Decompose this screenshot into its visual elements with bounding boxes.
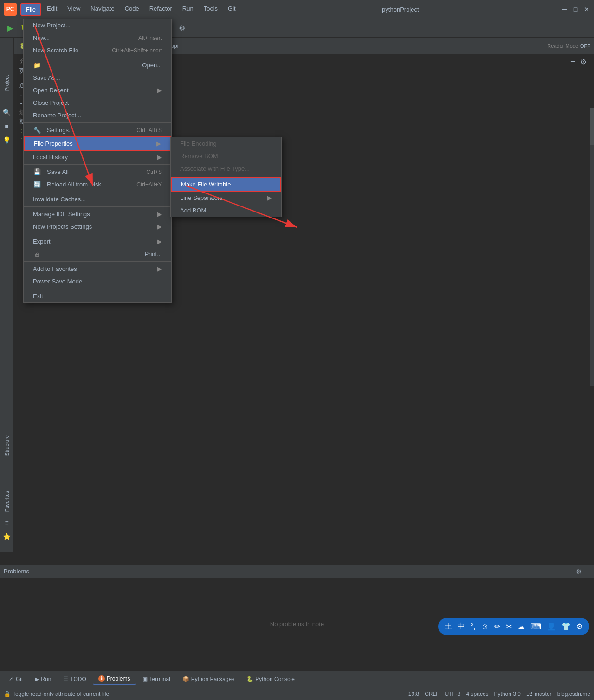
problems-gear-icon[interactable]: ⚙ bbox=[576, 568, 582, 575]
menu-item-power-save[interactable]: Power Save Mode bbox=[24, 275, 171, 288]
menu-item-new-projects-settings[interactable]: New Projects Settings ▶ bbox=[24, 220, 171, 233]
ft-zhong-icon[interactable]: 中 bbox=[457, 621, 466, 632]
menu-item-new-project[interactable]: New Project... bbox=[24, 19, 171, 32]
reader-mode-label: Reader Mode bbox=[547, 43, 578, 49]
ft-emoji-icon[interactable]: ☺ bbox=[480, 622, 490, 632]
menu-item-rename-project[interactable]: Rename Project... bbox=[24, 109, 171, 122]
bottom-tab-run[interactable]: ▶ Run bbox=[29, 674, 57, 684]
ft-cloud-icon[interactable]: ☁ bbox=[517, 621, 526, 632]
structure-label[interactable]: Structure bbox=[2, 432, 12, 459]
menu-refactor[interactable]: Refactor bbox=[145, 3, 177, 16]
close-button[interactable]: ✕ bbox=[583, 6, 590, 13]
status-python[interactable]: Python 3.9 bbox=[494, 691, 521, 697]
bottom-tab-git[interactable]: ⎇ Git bbox=[2, 674, 28, 684]
favorites-label[interactable]: Favorites bbox=[2, 488, 12, 514]
app-logo: PC bbox=[4, 3, 17, 16]
menu-item-add-favorites[interactable]: Add to Favorites ▶ bbox=[24, 263, 171, 275]
panel-minimize-button[interactable]: ─ bbox=[571, 58, 575, 65]
status-line-ending[interactable]: CRLF bbox=[425, 691, 439, 697]
settings-button[interactable]: ⚙ bbox=[175, 22, 188, 35]
bottom-tab-terminal[interactable]: ▣ Terminal bbox=[137, 674, 176, 684]
menu-item-new[interactable]: New... Alt+Insert bbox=[24, 32, 171, 44]
minimize-button[interactable]: ─ bbox=[561, 6, 568, 13]
ft-comma-icon[interactable]: °, bbox=[470, 622, 477, 632]
sidebar-icon-2[interactable]: ■ bbox=[1, 121, 13, 132]
menu-run[interactable]: Run bbox=[178, 3, 198, 16]
menu-item-invalidate-caches[interactable]: Invalidate Caches... bbox=[24, 193, 171, 206]
lightbulb-icon[interactable]: 💡 bbox=[1, 135, 13, 146]
menu-item-manage-ide[interactable]: Manage IDE Settings ▶ bbox=[24, 208, 171, 220]
project-panel-label[interactable]: Project bbox=[2, 72, 12, 94]
menu-item-close-project[interactable]: Close Project bbox=[24, 96, 171, 109]
status-indent[interactable]: 4 spaces bbox=[466, 691, 489, 697]
menu-item-open[interactable]: 📁 Open... bbox=[24, 59, 171, 71]
right-scrollbar[interactable] bbox=[590, 108, 594, 386]
magnify-icon[interactable]: 🔍 bbox=[1, 107, 13, 118]
menu-item-print[interactable]: 🖨 Print... bbox=[24, 248, 171, 260]
status-bar: 🔒 Toggle read-only attribute of current … bbox=[0, 687, 594, 700]
editor-gear-icon[interactable]: ⚙ bbox=[580, 58, 587, 66]
ft-person-icon[interactable]: 👤 bbox=[546, 621, 557, 632]
menu-item-reload-all[interactable]: 🔄 Reload All from Disk Ctrl+Alt+Y bbox=[24, 178, 171, 191]
bottom-tab-problems[interactable]: ℹ Problems bbox=[93, 674, 136, 685]
branch-label: master bbox=[535, 691, 552, 697]
maximize-button[interactable]: □ bbox=[572, 6, 579, 13]
status-position[interactable]: 19:8 bbox=[408, 691, 419, 697]
run-button[interactable]: ▶ bbox=[4, 22, 17, 35]
menu-code[interactable]: Code bbox=[120, 3, 144, 16]
menu-git[interactable]: Git bbox=[223, 3, 240, 16]
floating-toolbar: 王 中 °, ☺ ✏ ✂ ☁ ⌨ 👤 👕 ⚙ bbox=[438, 618, 589, 635]
ft-gear-icon[interactable]: ⚙ bbox=[575, 621, 584, 632]
ft-wang-icon[interactable]: 王 bbox=[444, 621, 453, 632]
submenu-line-separators[interactable]: Line Separators ▶ bbox=[171, 192, 281, 204]
menu-edit[interactable]: Edit bbox=[42, 3, 62, 16]
problems-minimize-button[interactable]: ─ bbox=[586, 568, 590, 575]
submenu-make-writable[interactable]: Make File Writable bbox=[171, 177, 281, 192]
line-ending-label: CRLF bbox=[425, 691, 439, 697]
submenu-add-bom[interactable]: Add BOM bbox=[171, 204, 281, 217]
separator-8 bbox=[24, 289, 171, 289]
file-dropdown: New Project... New... Alt+Insert New Scr… bbox=[23, 19, 172, 303]
packages-tab-icon: 📦 bbox=[182, 676, 189, 682]
menu-item-open-recent[interactable]: Open Recent ▶ bbox=[24, 84, 171, 96]
sidebar-toggle[interactable] bbox=[0, 38, 14, 54]
ft-keyboard-icon[interactable]: ⌨ bbox=[529, 621, 542, 632]
menu-item-local-history[interactable]: Local History ▶ bbox=[24, 151, 171, 163]
menu-navigate[interactable]: Navigate bbox=[86, 3, 119, 16]
separator-7 bbox=[24, 261, 171, 262]
menu-item-settings[interactable]: 🔧 Settings... Ctrl+Alt+S bbox=[24, 124, 171, 136]
menu-item-save-all[interactable]: 💾 Save All Ctrl+S bbox=[24, 166, 171, 178]
branch-icon: ⎇ bbox=[526, 691, 533, 697]
problems-panel: Problems ⚙ ─ No problems in note bbox=[0, 565, 594, 670]
menubar: File Edit View Navigate Code Refactor Ru… bbox=[20, 3, 240, 16]
ft-scissors-icon[interactable]: ✂ bbox=[505, 621, 513, 632]
file-dropdown-menu: New Project... New... Alt+Insert New Scr… bbox=[23, 19, 172, 303]
menu-item-save-as[interactable]: Save As... bbox=[24, 71, 171, 84]
menu-tools[interactable]: Tools bbox=[199, 3, 222, 16]
status-encoding[interactable]: UTF-8 bbox=[445, 691, 461, 697]
console-tab-label: Python Console bbox=[255, 676, 295, 682]
star-icon[interactable]: ⭐ bbox=[1, 531, 13, 542]
bottom-tab-todo[interactable]: ☰ TODO bbox=[58, 674, 91, 684]
bottom-tab-packages[interactable]: 📦 Python Packages bbox=[177, 674, 240, 684]
reader-mode-value: OFF bbox=[580, 43, 590, 49]
sidebar-icon-bottom[interactable]: ≡ bbox=[1, 517, 13, 528]
menu-item-exit[interactable]: Exit bbox=[24, 290, 171, 302]
file-properties-submenu: File Encoding Remove BOM Associate with … bbox=[170, 137, 282, 217]
menu-item-file-properties[interactable]: File Properties ▶ File Encoding Remove B… bbox=[24, 136, 171, 151]
menu-view[interactable]: View bbox=[63, 3, 85, 16]
packages-tab-label: Python Packages bbox=[191, 676, 234, 682]
status-branch[interactable]: ⎇ master bbox=[526, 691, 552, 697]
ft-shirt-icon[interactable]: 👕 bbox=[561, 621, 572, 632]
submenu-associate-file-type: Associate with File Type... bbox=[171, 162, 281, 175]
ft-pen-icon[interactable]: ✏ bbox=[493, 621, 501, 632]
separator-2 bbox=[24, 122, 171, 123]
problems-tab-label: Problems bbox=[107, 675, 130, 682]
status-url: blog.csdn.me bbox=[557, 691, 590, 697]
bottom-tab-console[interactable]: 🐍 Python Console bbox=[241, 674, 300, 684]
menu-item-export[interactable]: Export ▶ bbox=[24, 235, 171, 248]
menu-item-new-scratch[interactable]: New Scratch File Ctrl+Alt+Shift+Insert bbox=[24, 44, 171, 57]
git-tab-label: Git bbox=[16, 676, 23, 682]
status-readonly[interactable]: 🔒 Toggle read-only attribute of current … bbox=[4, 691, 109, 697]
menu-file[interactable]: File bbox=[20, 3, 41, 16]
